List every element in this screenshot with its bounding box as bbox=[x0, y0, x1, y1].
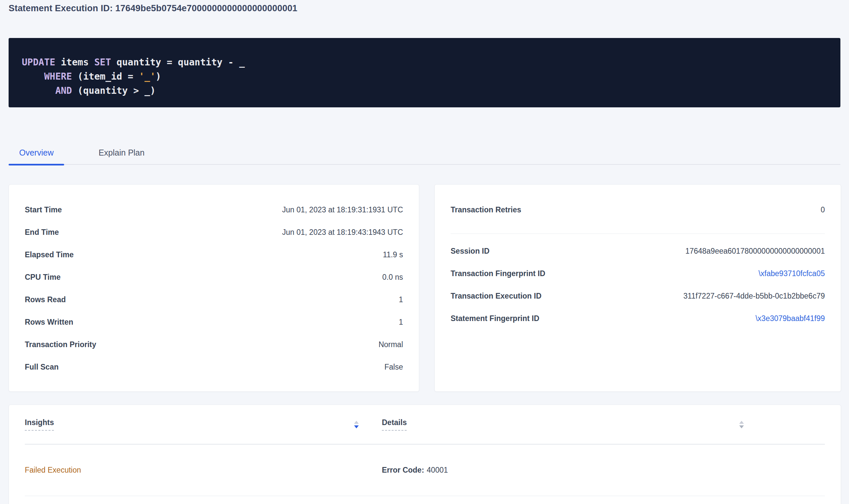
transaction-fingerprint-link[interactable]: \xfabe93710fcfca05 bbox=[758, 269, 825, 278]
stat-label: Rows Written bbox=[25, 318, 73, 327]
sql-indent bbox=[22, 71, 44, 82]
stat-label: Transaction Priority bbox=[25, 340, 96, 349]
stat-value: 0 bbox=[820, 205, 825, 214]
sql-line: UPDATE items SET quantity = quantity - _ bbox=[22, 55, 827, 69]
stat-label: Elapsed Time bbox=[25, 250, 74, 259]
page-title: Statement Execution ID: 17649be5b0754e70… bbox=[8, 3, 297, 14]
stat-row-session-id: Session ID 17648a9eea6017800000000000000… bbox=[451, 240, 825, 262]
sql-keyword: WHERE bbox=[44, 71, 72, 82]
sql-line: WHERE (item_id = '_') bbox=[22, 69, 827, 84]
tab-bar: Overview Explain Plan bbox=[8, 144, 841, 165]
sql-keyword: UPDATE bbox=[22, 57, 55, 68]
insights-column-label[interactable]: Insights bbox=[25, 418, 54, 431]
stat-row-transaction-fingerprint-id: Transaction Fingerprint ID \xfabe93710fc… bbox=[451, 262, 825, 285]
stat-row-end-time: End Time Jun 01, 2023 at 18:19:43:1943 U… bbox=[25, 221, 403, 244]
insights-table-card: Insights Details Failed Execution Error … bbox=[8, 404, 841, 504]
sort-icon-insights[interactable] bbox=[354, 421, 359, 428]
stat-row-transaction-execution-id: Transaction Execution ID 311f7227-c667-4… bbox=[451, 285, 825, 307]
stat-label: Full Scan bbox=[25, 363, 58, 372]
stat-value: Jun 01, 2023 at 18:19:31:1931 UTC bbox=[282, 205, 403, 214]
stat-row-transaction-priority: Transaction Priority Normal bbox=[25, 333, 403, 356]
sql-text: ) bbox=[156, 71, 161, 82]
insight-type-badge: Failed Execution bbox=[25, 466, 81, 474]
transaction-details-card: Transaction Retries 0 Session ID 17648a9… bbox=[434, 184, 841, 392]
sort-icon-details[interactable] bbox=[739, 421, 744, 428]
insights-table-header: Insights Details bbox=[25, 405, 825, 445]
stat-value: 311f7227-c667-4dde-b5bb-0c1b2bbe6c79 bbox=[683, 292, 825, 301]
sql-keyword: AND bbox=[55, 85, 72, 96]
stat-row-elapsed-time: Elapsed Time 11.9 s bbox=[25, 244, 403, 266]
stat-label: Statement Fingerprint ID bbox=[451, 314, 539, 323]
stat-value: 1 bbox=[399, 295, 403, 304]
stat-label: Session ID bbox=[451, 247, 490, 256]
stat-label: Transaction Fingerprint ID bbox=[451, 269, 545, 278]
sql-text: items bbox=[55, 57, 94, 68]
sql-statement-box: UPDATE items SET quantity = quantity - _… bbox=[8, 38, 841, 107]
stat-value: Jun 01, 2023 at 18:19:43:1943 UTC bbox=[282, 228, 403, 237]
error-code-value: 40001 bbox=[427, 466, 448, 474]
stat-row-full-scan: Full Scan False bbox=[25, 356, 403, 378]
stat-label: Rows Read bbox=[25, 295, 66, 304]
stat-row-statement-fingerprint-id: Statement Fingerprint ID \x3e3079baabf41… bbox=[451, 307, 825, 330]
sql-text: quantity = quantity - _ bbox=[111, 57, 245, 68]
column-header-details: Details bbox=[382, 418, 744, 431]
stat-value: 11.9 s bbox=[383, 250, 403, 259]
stat-value: 1 bbox=[399, 318, 403, 327]
stat-row-start-time: Start Time Jun 01, 2023 at 18:19:31:1931… bbox=[25, 198, 403, 221]
stat-value: 0.0 ns bbox=[382, 273, 403, 282]
sort-up-triangle bbox=[354, 421, 359, 424]
stat-row-rows-written: Rows Written 1 bbox=[25, 311, 403, 333]
statement-fingerprint-link[interactable]: \x3e3079baabf41f99 bbox=[756, 314, 825, 323]
sql-text: (quantity > _) bbox=[72, 85, 156, 96]
divider bbox=[451, 234, 825, 234]
column-header-insights: Insights bbox=[25, 418, 359, 431]
stat-value: Normal bbox=[379, 340, 403, 349]
sort-down-triangle bbox=[739, 426, 744, 428]
stat-label: CPU Time bbox=[25, 273, 60, 282]
stat-label: Start Time bbox=[25, 205, 62, 214]
sql-keyword: SET bbox=[94, 57, 111, 68]
insights-table-row: Failed Execution Error Code:40001 bbox=[25, 445, 825, 496]
sql-text: (item_id = bbox=[72, 71, 139, 82]
tab-overview[interactable]: Overview bbox=[8, 144, 64, 164]
overview-stats-card: Start Time Jun 01, 2023 at 18:19:31:1931… bbox=[8, 184, 419, 392]
tab-explain-plan[interactable]: Explain Plan bbox=[88, 144, 155, 164]
stat-row-transaction-retries: Transaction Retries 0 bbox=[451, 198, 825, 221]
sql-string-literal: '_' bbox=[139, 71, 156, 82]
stat-row-cpu-time: CPU Time 0.0 ns bbox=[25, 266, 403, 288]
stat-value: False bbox=[384, 363, 403, 372]
stat-label: Transaction Execution ID bbox=[451, 292, 541, 301]
stat-label: Transaction Retries bbox=[451, 205, 521, 214]
error-code-label: Error Code: bbox=[382, 466, 424, 474]
stat-label: End Time bbox=[25, 228, 59, 237]
sql-indent bbox=[22, 85, 55, 96]
sql-line: AND (quantity > _) bbox=[22, 84, 827, 98]
sort-down-triangle bbox=[354, 426, 359, 428]
sort-up-triangle bbox=[739, 421, 744, 424]
stat-row-rows-read: Rows Read 1 bbox=[25, 288, 403, 311]
stat-value: 17648a9eea60178000000000000000001 bbox=[685, 247, 825, 256]
details-column-label[interactable]: Details bbox=[382, 418, 406, 431]
